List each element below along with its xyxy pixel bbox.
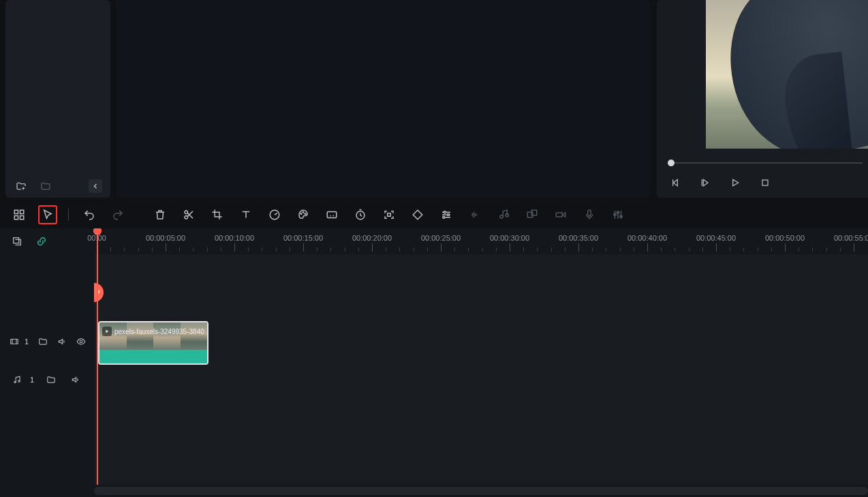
ruler-tick-major <box>647 243 648 252</box>
track-mute-icon[interactable] <box>57 334 67 349</box>
track-mute-icon[interactable] <box>68 372 83 387</box>
ruler-tick-minor <box>826 247 827 252</box>
play-button[interactable] <box>728 175 743 190</box>
ruler-tick-minor <box>290 247 290 252</box>
collapse-panel-button[interactable] <box>89 179 102 193</box>
svg-rect-11 <box>327 212 337 218</box>
clip-audio-wave <box>99 350 207 363</box>
ruler-label: 00:00:35:00 <box>559 234 598 242</box>
svg-point-28 <box>80 340 82 343</box>
video-track-header[interactable]: 1 <box>0 322 94 361</box>
undo-icon[interactable] <box>80 205 99 224</box>
video-clip[interactable]: pexels-fauxels-3249935-3840 <box>98 321 208 365</box>
ruler-tick-minor <box>812 247 813 252</box>
ruler-tick-minor <box>427 247 428 252</box>
audio-wave-icon[interactable] <box>465 205 484 224</box>
preview-scrubber[interactable] <box>668 158 863 168</box>
track-visibility-icon[interactable] <box>76 334 86 349</box>
frame-fit-icon[interactable] <box>379 205 399 224</box>
voice-icon[interactable] <box>580 205 599 224</box>
svg-rect-4 <box>20 216 24 220</box>
svg-rect-13 <box>388 213 391 217</box>
layout-grid-icon[interactable] <box>10 205 29 224</box>
ruler-tick-minor <box>345 247 345 252</box>
text-icon[interactable] <box>236 205 255 224</box>
stack-icon[interactable] <box>10 234 25 249</box>
svg-rect-26 <box>14 238 19 243</box>
caption-icon[interactable] <box>322 205 341 224</box>
svg-rect-2 <box>20 210 24 213</box>
ruler-label: 00:00:05:00 <box>146 234 185 242</box>
audio-track-header[interactable]: 1 <box>0 361 94 399</box>
link-icon[interactable] <box>34 234 49 249</box>
ruler-tick-minor <box>193 247 193 252</box>
ruler-tick-minor <box>221 247 221 252</box>
track-folder-icon[interactable] <box>44 372 59 387</box>
tracks-area[interactable] <box>94 254 868 485</box>
preview-controls <box>668 175 863 191</box>
record-icon[interactable] <box>551 205 570 224</box>
svg-point-16 <box>443 216 445 218</box>
time-ruler[interactable]: 00:0000:00:05:0000:00:10:0000:00:15:0000… <box>94 228 868 254</box>
ruler-label: 00:00:20:00 <box>352 234 392 242</box>
ruler-label: 00:00:45:00 <box>696 234 736 242</box>
svg-point-15 <box>448 214 450 216</box>
scrubber-handle-icon[interactable] <box>668 160 675 166</box>
track-header-tools <box>0 228 94 254</box>
svg-point-10 <box>305 213 306 215</box>
ruler-tick-minor <box>606 247 606 252</box>
prev-frame-button[interactable] <box>668 175 683 190</box>
ruler-tick-major <box>716 243 717 252</box>
speed-icon[interactable] <box>265 205 284 224</box>
timer-icon[interactable] <box>351 205 370 224</box>
folder-icon[interactable] <box>38 179 53 194</box>
ruler-tick-minor <box>771 247 772 252</box>
timeline-scrollbar[interactable] <box>94 485 868 497</box>
detach-audio-icon[interactable] <box>494 205 513 224</box>
play-range-button[interactable] <box>698 175 713 190</box>
group-icon[interactable] <box>523 205 542 224</box>
new-folder-icon[interactable] <box>14 179 29 194</box>
ruler-tick-minor <box>592 247 593 252</box>
timeline-canvas[interactable]: 00:0000:00:05:0000:00:10:0000:00:15:0000… <box>94 228 868 497</box>
keyframe-icon[interactable] <box>408 205 427 224</box>
ruler-label: 00:00:10:00 <box>215 234 254 242</box>
ruler-tick-major <box>372 243 373 252</box>
preview-image <box>706 0 868 149</box>
svg-rect-27 <box>11 340 18 344</box>
ruler-tick-minor <box>689 247 689 252</box>
ruler-tick-minor <box>620 247 621 252</box>
toolbar-separator <box>68 209 69 221</box>
ruler-label: 00:00:50:00 <box>765 234 805 242</box>
source-monitor <box>116 0 651 198</box>
ruler-tick-minor <box>454 247 455 252</box>
svg-rect-0 <box>762 180 768 185</box>
ruler-tick-minor <box>110 247 111 252</box>
audio-track-icon <box>10 372 25 387</box>
ruler-label: 00:00:40:00 <box>627 234 667 242</box>
video-track-icon <box>10 334 19 349</box>
svg-rect-22 <box>588 210 591 215</box>
ruler-tick-minor <box>730 247 730 252</box>
svg-point-30 <box>18 380 20 382</box>
svg-point-14 <box>444 211 446 213</box>
cursor-select-icon[interactable] <box>38 205 57 224</box>
color-icon[interactable] <box>294 205 313 224</box>
adjust-icon[interactable] <box>437 205 456 224</box>
svg-point-29 <box>14 381 16 382</box>
ruler-tick-minor <box>248 247 249 252</box>
track-folder-icon[interactable] <box>38 334 48 349</box>
mix-icon[interactable] <box>608 205 627 224</box>
ruler-tick-minor <box>634 247 634 252</box>
trash-icon[interactable] <box>151 205 170 224</box>
stop-button[interactable] <box>758 175 773 190</box>
scissors-icon[interactable] <box>179 205 198 224</box>
redo-icon[interactable] <box>108 205 127 224</box>
crop-icon[interactable] <box>208 205 227 224</box>
svg-point-8 <box>300 213 302 215</box>
ruler-tick-minor <box>276 247 277 252</box>
timeline-toolbar <box>0 201 868 228</box>
ruler-tick-minor <box>358 247 359 252</box>
scrollbar-thumb[interactable] <box>94 487 868 495</box>
playhead[interactable] <box>97 228 98 485</box>
